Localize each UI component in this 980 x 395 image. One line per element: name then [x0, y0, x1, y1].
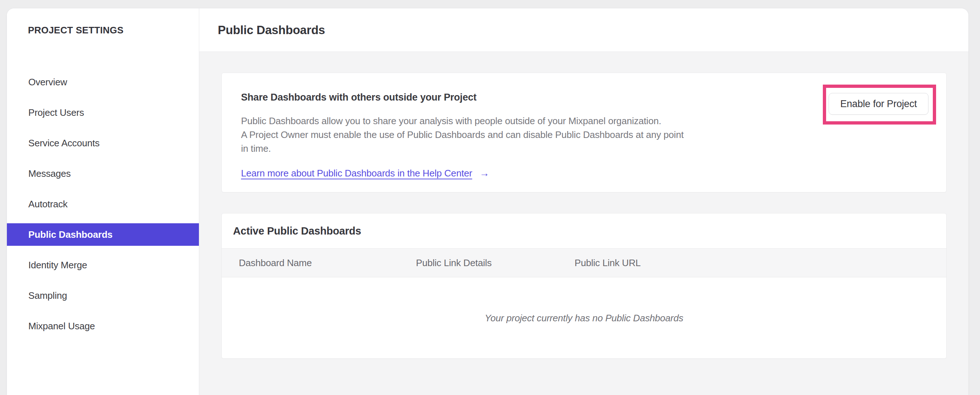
active-dashboards-header: Active Public Dashboards: [222, 213, 946, 249]
page-content: Share Dashboards with others outside you…: [199, 52, 968, 395]
page-title: Public Dashboards: [218, 23, 325, 37]
project-settings-screen: PROJECT SETTINGS Overview Project Users …: [0, 0, 980, 395]
active-dashboards-card: Active Public Dashboards Dashboard Name …: [221, 213, 947, 359]
sidebar-title: PROJECT SETTINGS: [28, 25, 123, 36]
sidebar-item-project-users[interactable]: Project Users: [7, 101, 199, 124]
arrow-right-icon: →: [479, 168, 489, 179]
sidebar-nav: Overview Project Users Service Accounts …: [7, 71, 199, 337]
active-dashboards-title: Active Public Dashboards: [233, 225, 361, 237]
sidebar-item-autotrack[interactable]: Autotrack: [7, 193, 199, 215]
dashboards-empty-state: Your project currently has no Public Das…: [222, 277, 946, 359]
help-center-link[interactable]: Learn more about Public Dashboards in th…: [241, 168, 472, 179]
help-center-link-row: Learn more about Public Dashboards in th…: [241, 166, 946, 180]
page-header: Public Dashboards: [199, 8, 968, 52]
dashboards-empty-message: Your project currently has no Public Das…: [485, 312, 683, 324]
enable-for-project-button[interactable]: Enable for Project: [829, 93, 929, 115]
share-dashboards-card: Share Dashboards with others outside you…: [221, 73, 947, 193]
sidebar-item-identity-merge[interactable]: Identity Merge: [7, 254, 199, 276]
settings-sidebar: PROJECT SETTINGS Overview Project Users …: [7, 8, 199, 395]
dashboards-table-header-row: Dashboard Name Public Link Details Publi…: [222, 249, 946, 277]
sidebar-item-public-dashboards[interactable]: Public Dashboards: [7, 223, 199, 246]
sidebar-item-messages[interactable]: Messages: [7, 162, 199, 185]
sidebar-item-service-accounts[interactable]: Service Accounts: [7, 132, 199, 154]
description-line: A Project Owner must enable the use of P…: [241, 128, 946, 142]
column-header-public-link-url: Public Link URL: [574, 249, 641, 277]
sidebar-item-overview[interactable]: Overview: [7, 71, 199, 93]
column-header-public-link-details: Public Link Details: [416, 249, 492, 277]
description-line: in time.: [241, 142, 946, 155]
sidebar-item-sampling[interactable]: Sampling: [7, 284, 199, 307]
column-header-dashboard-name: Dashboard Name: [239, 249, 312, 277]
settings-panel: PROJECT SETTINGS Overview Project Users …: [7, 8, 968, 395]
sidebar-item-mixpanel-usage[interactable]: Mixpanel Usage: [7, 315, 199, 337]
